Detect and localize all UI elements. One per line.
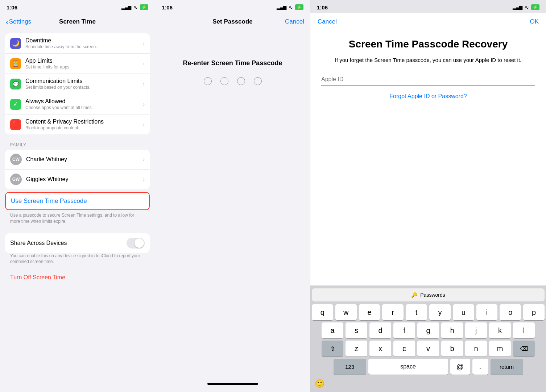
key-at[interactable]: @ [450, 359, 470, 375]
status-icons-2: ▂▄▆ ∿ ⚡ [277, 4, 303, 10]
battery-icon-2: ⚡ [295, 4, 303, 10]
status-time-1: 1:06 [7, 4, 17, 11]
applimits-sublabel: Set time limits for apps. [25, 64, 143, 70]
signal-icon-1: ▂▄▆ [121, 5, 131, 10]
key-h[interactable]: h [441, 322, 463, 338]
avatar-giggles: GW [10, 174, 22, 185]
key-delete[interactable]: ⌫ [513, 341, 535, 356]
privacy-sublabel: Block inappropriate content. [25, 125, 143, 130]
home-indicator-2 [207, 383, 258, 385]
key-v[interactable]: v [417, 341, 439, 356]
key-b[interactable]: b [441, 341, 463, 356]
recovery-title: Screen Time Passcode Recovery [321, 38, 535, 50]
key-s[interactable]: s [346, 322, 367, 338]
key-q[interactable]: q [312, 304, 333, 320]
recovery-desc: If you forget the Screen Time passcode, … [321, 56, 535, 64]
status-icons-3: ▂▄▆ ∿ ⚡ [513, 4, 539, 10]
key-n[interactable]: n [465, 341, 487, 356]
passwords-bar[interactable]: 🔑 Passwords [312, 288, 545, 301]
key-t[interactable]: t [406, 304, 427, 320]
key-o[interactable]: o [500, 304, 521, 320]
cancel-button-3[interactable]: Cancel [318, 18, 337, 25]
chevron-right-icon: › [143, 121, 145, 128]
key-l[interactable]: l [513, 322, 535, 338]
applimits-label: App Limits [25, 58, 143, 64]
screen-time-settings-panel: 1:06 ▂▄▆ ∿ ⚡ ‹ Settings Screen Time 🌙 Do… [0, 0, 155, 392]
comm-icon: 💬 [10, 79, 21, 89]
key-shift[interactable]: ⇧ [322, 341, 343, 356]
settings-item-privacy[interactable]: 🚫 Content & Privacy Restrictions Block i… [5, 114, 150, 134]
apple-id-input[interactable] [321, 73, 535, 86]
nav-back-button[interactable]: ‹ Settings [6, 18, 31, 26]
share-desc: You can enable this on any device signed… [0, 253, 155, 269]
allowed-icon: ✓ [10, 99, 21, 110]
cancel-button-2[interactable]: Cancel [285, 18, 304, 25]
share-toggle[interactable] [127, 238, 145, 249]
key-y[interactable]: y [429, 304, 451, 320]
key-z[interactable]: z [346, 341, 367, 356]
ok-button[interactable]: OK [530, 18, 539, 25]
settings-item-applimits[interactable]: ⏳ App Limits Set time limits for apps. › [5, 54, 150, 74]
key-e[interactable]: e [359, 304, 380, 320]
key-k[interactable]: k [489, 322, 511, 338]
passcode-prompt: Re-enter Screen Time Passcode [155, 59, 310, 85]
applimits-icon: ⏳ [10, 58, 21, 69]
dot-3 [237, 77, 245, 85]
allowed-label: Always Allowed [25, 98, 143, 105]
nav-bar-2: Set Passcode Cancel [155, 13, 310, 30]
key-c[interactable]: c [393, 341, 415, 356]
passcode-link-text: Use Screen Time Passcode [11, 197, 87, 205]
settings-list: 🌙 Downtime Schedule time away from the s… [5, 33, 150, 134]
keyboard-row-1: q w e r t y u i o p [312, 304, 545, 320]
key-f[interactable]: f [393, 322, 415, 338]
share-section: Share Across Devices [5, 233, 150, 253]
key-space[interactable]: space [368, 359, 448, 375]
chevron-left-icon: ‹ [6, 18, 8, 26]
charlie-name: Charlie Whitney [26, 156, 143, 163]
settings-item-allowed[interactable]: ✓ Always Allowed Choose apps you want at… [5, 94, 150, 114]
settings-item-comm[interactable]: 💬 Communication Limits Set limits based … [5, 74, 150, 94]
avatar-charlie: CW [10, 154, 22, 165]
forgot-apple-id-link[interactable]: Forgot Apple ID or Password? [321, 93, 535, 100]
key-i[interactable]: i [476, 304, 498, 320]
key-u[interactable]: u [453, 304, 474, 320]
nav-title-1: Screen Time [59, 18, 96, 25]
key-d[interactable]: d [369, 322, 391, 338]
emoji-button[interactable]: 🙂 [315, 379, 324, 388]
charlie-text: Charlie Whitney [26, 156, 143, 163]
share-label: Share Across Devices [10, 240, 67, 246]
battery-icon-1: ⚡ [140, 4, 148, 10]
key-x[interactable]: x [369, 341, 391, 356]
wifi-icon-1: ∿ [133, 4, 138, 10]
applimits-text: App Limits Set time limits for apps. [25, 58, 143, 70]
allowed-sublabel: Choose apps you want at all times. [25, 105, 143, 110]
keyboard: 🔑 Passwords q w e r t y u i o p a s d f … [310, 285, 546, 392]
key-p[interactable]: p [523, 304, 545, 320]
signal-icon-2: ▂▄▆ [277, 5, 286, 10]
key-g[interactable]: g [417, 322, 439, 338]
wifi-icon-2: ∿ [289, 4, 293, 10]
family-item-giggles[interactable]: GW Giggles Whitney › [5, 170, 150, 189]
giggles-name: Giggles Whitney [26, 176, 143, 183]
keyboard-row-2: a s d f g h j k l [312, 322, 545, 338]
key-numbers[interactable]: 123 [334, 359, 366, 375]
key-dot[interactable]: . [472, 359, 488, 375]
key-r[interactable]: r [382, 304, 404, 320]
turn-off-button[interactable]: Turn Off Screen Time [0, 268, 155, 287]
downtime-text: Downtime Schedule time away from the scr… [25, 37, 143, 49]
key-w[interactable]: w [335, 304, 357, 320]
key-a[interactable]: a [322, 322, 343, 338]
status-time-3: 1:06 [317, 4, 328, 11]
family-item-charlie[interactable]: CW Charlie Whitney › [5, 150, 150, 170]
downtime-icon: 🌙 [10, 38, 21, 49]
key-m[interactable]: m [489, 341, 511, 356]
chevron-right-icon: › [143, 81, 145, 87]
settings-item-downtime[interactable]: 🌙 Downtime Schedule time away from the s… [5, 33, 150, 54]
use-screen-time-passcode-item[interactable]: Use Screen Time Passcode [6, 193, 149, 209]
key-return[interactable]: return [491, 359, 523, 375]
share-item[interactable]: Share Across Devices [5, 233, 150, 253]
allowed-text: Always Allowed Choose apps you want at a… [25, 98, 143, 110]
key-j[interactable]: j [465, 322, 487, 338]
privacy-label: Content & Privacy Restrictions [25, 118, 143, 125]
comm-sublabel: Set limits based on your contacts. [25, 85, 143, 90]
